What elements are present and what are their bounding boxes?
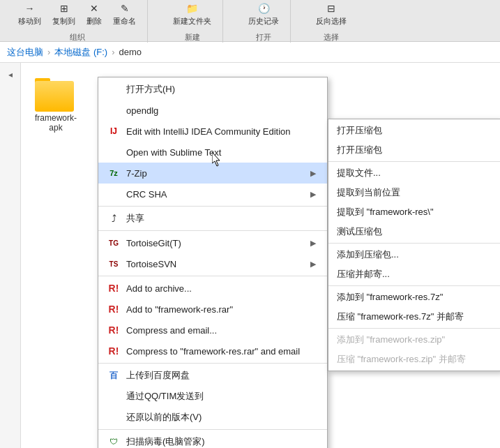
submenu-item-open1[interactable]: 打开压缩包 bbox=[328, 121, 500, 140]
7zip-icon: 7z bbox=[107, 166, 121, 180]
compress-email-icon: R! bbox=[107, 323, 121, 337]
menu-item-share[interactable]: ⤴ 共享 bbox=[98, 208, 327, 229]
toolbar-open-buttons: 🕐 历史记录 bbox=[244, 0, 283, 28]
separator-4 bbox=[98, 363, 327, 364]
copy-to-button[interactable]: ⊞ 复制到 bbox=[48, 0, 79, 28]
restore-icon bbox=[107, 410, 121, 424]
submenu-item-compress-7z-email[interactable]: 压缩 "framework-res.7z" 并邮寄 bbox=[328, 307, 500, 327]
tortoisegit-arrow: ▶ bbox=[310, 239, 316, 248]
submenu-label-extract-here: 提取到当前位置 bbox=[337, 186, 400, 199]
7zip-arrow: ▶ bbox=[310, 169, 316, 178]
invert-select-button[interactable]: ⊟ 反向选择 bbox=[312, 0, 351, 28]
submenu-item-open2[interactable]: 打开压缩包 bbox=[328, 140, 500, 160]
menu-label-sublime: Open with Sublime Text bbox=[126, 147, 221, 158]
menu-item-open-with[interactable]: 打开方式(H) bbox=[98, 79, 327, 100]
delete-label: 删除 bbox=[86, 16, 102, 27]
menu-item-intellij[interactable]: IJ Edit with IntelliJ IDEA Community Edi… bbox=[98, 121, 327, 142]
menu-label-crcsha: CRC SHA bbox=[126, 189, 167, 200]
menu-label-opendlg: opendlg bbox=[126, 105, 158, 116]
move-icon: → bbox=[22, 1, 38, 16]
menu-item-antivirus[interactable]: 🛡 扫描病毒(电脑管家) bbox=[98, 431, 327, 448]
menu-label-open-with: 打开方式(H) bbox=[126, 83, 175, 96]
submenu-label-compress-email2: 压缩并邮寄... bbox=[337, 268, 390, 281]
tortoisesvn-arrow: ▶ bbox=[310, 260, 316, 269]
compress-rar-email-icon: R! bbox=[107, 344, 121, 358]
history-button[interactable]: 🕐 历史记录 bbox=[244, 0, 283, 28]
folder-icon bbox=[35, 77, 77, 112]
baidu-icon: 百 bbox=[107, 368, 121, 382]
toolbar-group-select: ⊟ 反向选择 选择 bbox=[305, 0, 358, 43]
copy-to-label: 复制到 bbox=[52, 16, 75, 27]
menu-label-add-rar: Add to "framework-res.rar" bbox=[126, 304, 233, 315]
submenu-label-open2: 打开压缩包 bbox=[337, 144, 382, 156]
menu-item-opendlg[interactable]: opendlg bbox=[98, 100, 327, 121]
submenu-sep-3 bbox=[328, 285, 500, 286]
open-with-icon bbox=[107, 82, 121, 96]
menu-item-tortoisesvn[interactable]: TS TortoiseSVN ▶ bbox=[98, 253, 327, 274]
menu-item-sublime[interactable]: Open with Sublime Text bbox=[98, 142, 327, 163]
crcsha-icon bbox=[107, 187, 121, 201]
breadcrumb: 这台电脑 › 本地磁盘 (F:) › demo bbox=[0, 42, 500, 63]
delete-button[interactable]: ✕ 删除 bbox=[82, 0, 106, 28]
new-folder-label: 新建文件夹 bbox=[173, 16, 211, 27]
submenu-sep-4 bbox=[328, 328, 500, 329]
rename-icon: ✎ bbox=[117, 1, 132, 16]
new-folder-button[interactable]: 📁 新建文件夹 bbox=[169, 0, 215, 28]
menu-item-compress-email[interactable]: R! Compress and email... bbox=[98, 320, 327, 341]
menu-item-add-rar[interactable]: R! Add to "framework-res.rar" bbox=[98, 299, 327, 320]
file-area: ◂ framework- apk 打开方式(H) opendlg IJ Ed bbox=[0, 63, 500, 448]
toolbar-new-buttons: 📁 新建文件夹 bbox=[169, 0, 215, 28]
separator-3 bbox=[98, 276, 327, 276]
menu-label-intellij: Edit with IntelliJ IDEA Community Editio… bbox=[126, 126, 291, 137]
share-icon: ⤴ bbox=[107, 211, 121, 225]
menu-label-add-archive: Add to archive... bbox=[126, 283, 192, 294]
invert-select-icon: ⊟ bbox=[324, 1, 339, 16]
menu-item-add-archive[interactable]: R! Add to archive... bbox=[98, 278, 327, 299]
submenu-label-compress-7z-email: 压缩 "framework-res.7z" 并邮寄 bbox=[337, 311, 464, 323]
menu-item-baidu[interactable]: 百 上传到百度网盘 bbox=[98, 365, 327, 386]
toolbar-group-new: 📁 新建文件夹 新建 bbox=[162, 0, 223, 43]
menu-label-tortoisegit: TortoiseGit(T) bbox=[126, 238, 181, 248]
new-folder-icon: 📁 bbox=[185, 1, 200, 16]
move-to-button[interactable]: → 移动到 bbox=[14, 0, 45, 28]
toolbar-select-buttons: ⊟ 反向选择 bbox=[312, 0, 351, 28]
submenu-item-extract-folder[interactable]: 提取到 "framework-res\" bbox=[328, 202, 500, 222]
breadcrumb-sep-2: › bbox=[112, 47, 114, 57]
submenu-label-compress-zip-email: 压缩 "framework-res.zip" 并邮寄 bbox=[337, 353, 466, 366]
menu-item-crcsha[interactable]: CRC SHA ▶ bbox=[98, 184, 327, 204]
sidebar: ◂ bbox=[0, 63, 21, 448]
toolbar-organize-buttons: → 移动到 ⊞ 复制到 ✕ 删除 ✎ 重命名 bbox=[14, 0, 140, 28]
antivirus-icon: 🛡 bbox=[107, 435, 121, 448]
copy-icon: ⊞ bbox=[56, 1, 72, 16]
rename-button[interactable]: ✎ 重命名 bbox=[109, 0, 140, 28]
folder-item[interactable]: framework- apk bbox=[28, 77, 84, 133]
select-group-label: 选择 bbox=[324, 32, 339, 43]
submenu-label-add-7z: 添加到 "framework-res.7z" bbox=[337, 291, 443, 304]
menu-item-restore[interactable]: 还原以前的版本(V) bbox=[98, 407, 327, 428]
breadcrumb-item-drive[interactable]: 本地磁盘 (F:) bbox=[54, 46, 107, 59]
menu-label-compress-email: Compress and email... bbox=[126, 325, 217, 336]
menu-label-tortoisesvn: TortoiseSVN bbox=[126, 259, 176, 269]
submenu-7zip: 打开压缩包 打开压缩包 提取文件... 提取到当前位置 提取到 "framewo… bbox=[328, 119, 500, 371]
rename-label: 重命名 bbox=[113, 16, 136, 27]
submenu-item-extract-here[interactable]: 提取到当前位置 bbox=[328, 183, 500, 202]
breadcrumb-item-folder[interactable]: demo bbox=[119, 47, 142, 57]
menu-item-compress-rar-email[interactable]: R! Compress to "framework-res.rar" and e… bbox=[98, 341, 327, 361]
history-label: 历史记录 bbox=[248, 16, 279, 27]
submenu-item-test[interactable]: 测试压缩包 bbox=[328, 222, 500, 241]
submenu-item-add-7z[interactable]: 添加到 "framework-res.7z" bbox=[328, 288, 500, 307]
menu-label-7zip: 7-Zip bbox=[126, 168, 147, 179]
submenu-label-extract-folder: 提取到 "framework-res\" bbox=[337, 206, 434, 218]
collapse-icon[interactable]: ◂ bbox=[8, 70, 13, 80]
add-rar-icon: R! bbox=[107, 302, 121, 316]
submenu-item-extract-files[interactable]: 提取文件... bbox=[328, 163, 500, 183]
submenu-item-add-archive2[interactable]: 添加到压缩包... bbox=[328, 245, 500, 264]
separator-2 bbox=[98, 230, 327, 231]
menu-item-7zip[interactable]: 7z 7-Zip ▶ bbox=[98, 163, 327, 184]
menu-item-qqtim[interactable]: 通过QQ/TIM发送到 bbox=[98, 386, 327, 407]
menu-item-tortoisegit[interactable]: TG TortoiseGit(T) ▶ bbox=[98, 232, 327, 253]
tortoisesvn-icon: TS bbox=[107, 257, 121, 271]
submenu-item-compress-email2[interactable]: 压缩并邮寄... bbox=[328, 264, 500, 284]
sublime-icon bbox=[107, 145, 121, 159]
breadcrumb-item-pc[interactable]: 这台电脑 bbox=[7, 46, 43, 59]
